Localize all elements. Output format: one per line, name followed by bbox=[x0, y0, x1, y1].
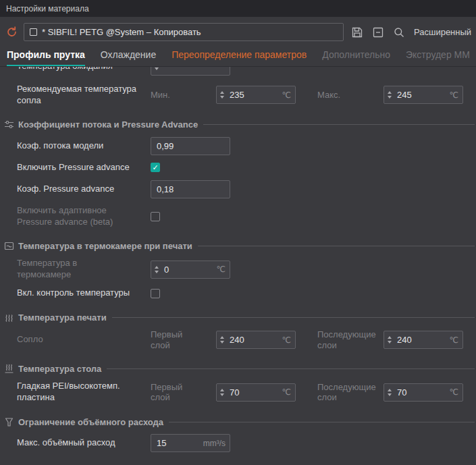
flow-ratio-input[interactable]: 0,99 bbox=[151, 137, 230, 155]
spinner-value[interactable]: 240 bbox=[395, 335, 450, 345]
undo-button[interactable] bbox=[5, 26, 18, 38]
section-chamber-temperature: Температура в термокамере при печати bbox=[3, 240, 476, 251]
other-layers-label: Последующие слои bbox=[317, 382, 384, 403]
spinner-arrows-icon[interactable] bbox=[384, 389, 395, 396]
minus-square-icon bbox=[372, 26, 384, 38]
spinner-arrows-icon[interactable] bbox=[151, 67, 162, 70]
chamber-temp-spinner[interactable]: 0 ℃ bbox=[151, 261, 230, 279]
bed-first-layer-spinner[interactable]: 70 ℃ bbox=[216, 383, 296, 402]
spinner-arrows-icon[interactable] bbox=[384, 91, 395, 99]
bed-temp-icon bbox=[3, 363, 14, 374]
tab-filament-profile[interactable]: Профиль прутка bbox=[7, 49, 85, 66]
section-title: Температура стола bbox=[18, 364, 101, 374]
nozzle-other-layers-spinner[interactable]: 240 ℃ bbox=[384, 331, 463, 349]
save-icon bbox=[351, 26, 363, 38]
spinner-arrows-icon[interactable] bbox=[217, 389, 228, 396]
chamber-temp-icon bbox=[3, 240, 14, 251]
spinner-value[interactable]: 235 bbox=[228, 90, 282, 100]
tab-advanced[interactable]: Дополнительно bbox=[322, 49, 390, 66]
unit-label: ℃ bbox=[217, 265, 230, 274]
nozzle-temp-row: Сопло Первый слой 240 ℃ Последующие слои… bbox=[0, 329, 476, 350]
standby-temp-spinner[interactable] bbox=[151, 67, 230, 76]
bed-plate-label: Гладкая PEI/высокотемп. пластина bbox=[17, 381, 151, 404]
spinner-arrows-icon[interactable] bbox=[151, 266, 162, 273]
volumetric-speed-icon bbox=[3, 416, 14, 427]
section-title: Температура в термокамере при печати bbox=[18, 241, 192, 251]
input-value[interactable]: 15 bbox=[151, 438, 203, 448]
bed-temp-row: Гладкая PEI/высокотемп. пластина Первый … bbox=[0, 381, 476, 404]
pressure-advance-input[interactable]: 0,18 bbox=[151, 180, 230, 198]
pressure-advance-enable-label: Включить Pressure advance bbox=[17, 162, 151, 173]
section-divider bbox=[198, 246, 475, 246]
max-volumetric-speed-row: Макс. объёмный расход 15 mm³/s bbox=[0, 434, 476, 452]
max-volumetric-speed-label: Макс. объёмный расход bbox=[17, 437, 151, 449]
other-layers-label: Последующие слои bbox=[317, 329, 384, 350]
recommended-nozzle-temp-row: Рекомендуемая температура сопла Мин. 235… bbox=[0, 84, 476, 107]
tab-cooling[interactable]: Охлаждение bbox=[101, 49, 156, 66]
spinner-arrows-icon[interactable] bbox=[217, 336, 228, 344]
unit-label: mm³/s bbox=[203, 439, 230, 448]
flow-ratio-row: Коэф. потока модели 0,99 bbox=[0, 137, 476, 155]
chamber-temp-row: Температура в термокамере 0 ℃ bbox=[0, 258, 476, 281]
spinner-value[interactable]: 0 bbox=[162, 265, 217, 275]
section-print-temperature: Температура печати bbox=[3, 312, 476, 323]
bed-other-layers-spinner[interactable]: 70 ℃ bbox=[384, 383, 463, 402]
section-divider bbox=[169, 422, 475, 422]
spinner-value[interactable]: 70 bbox=[228, 387, 282, 398]
search-icon bbox=[393, 26, 405, 38]
unit-label: ℃ bbox=[282, 387, 295, 397]
nozzle-temp-max-spinner[interactable]: 245 ℃ bbox=[384, 86, 463, 104]
window-titlebar: Настройки материала bbox=[0, 0, 476, 17]
preset-name-input[interactable]: * SIBFIL! PETG @System – Копировать bbox=[24, 23, 344, 41]
nozzle-first-layer-spinner[interactable]: 240 ℃ bbox=[216, 331, 296, 349]
remove-preset-button[interactable] bbox=[371, 25, 386, 40]
spinner-arrows-icon[interactable] bbox=[384, 336, 395, 344]
save-preset-button[interactable] bbox=[350, 25, 365, 40]
input-value[interactable]: 0,18 bbox=[151, 184, 230, 194]
section-title: Ограничение объёмного расхода bbox=[18, 417, 163, 427]
tab-setting-overrides[interactable]: Переопределение параметров bbox=[171, 49, 307, 66]
tab-mm-extruder[interactable]: Экструдер MM bbox=[406, 49, 470, 66]
unit-label: ℃ bbox=[282, 90, 295, 100]
section-title: Температура печати bbox=[18, 312, 107, 323]
first-layer-label: Первый слой bbox=[151, 329, 216, 350]
advanced-mode-label: Расширенный bbox=[414, 27, 471, 37]
chamber-temp-control-row: Вкл. контроль температуры bbox=[0, 288, 476, 299]
nozzle-label: Сопло bbox=[17, 334, 151, 346]
settings-scroll-area[interactable]: Температура ожидания Рекомендуемая темпе… bbox=[0, 67, 476, 452]
settings-tab-bar: Профиль прутка Охлаждение Переопределени… bbox=[0, 46, 476, 67]
spinner-value[interactable]: 70 bbox=[395, 387, 450, 398]
section-divider bbox=[107, 368, 475, 369]
section-divider bbox=[203, 124, 475, 125]
chamber-temp-control-checkbox[interactable] bbox=[151, 289, 160, 298]
pressure-advance-enable-row: Включить Pressure advance ✓ bbox=[0, 162, 476, 173]
standby-temp-row-clipped: Температура ожидания bbox=[0, 67, 476, 77]
pressure-advance-checkbox[interactable]: ✓ bbox=[151, 163, 160, 172]
spinner-value[interactable]: 245 bbox=[395, 90, 450, 100]
standby-temp-label: Температура ожидания bbox=[17, 67, 151, 72]
adaptive-pressure-advance-row: Включить адаптивное Pressure advance (be… bbox=[0, 205, 476, 228]
print-temp-icon bbox=[3, 312, 14, 323]
window-title: Настройки материала bbox=[6, 4, 89, 13]
preset-icon bbox=[30, 28, 37, 36]
pressure-advance-value-row: Коэф. Pressure advance 0,18 bbox=[0, 180, 476, 198]
chamber-temp-control-label: Вкл. контроль температуры bbox=[17, 288, 151, 299]
preset-name-value: * SIBFIL! PETG @System – Копировать bbox=[42, 27, 201, 37]
section-flow-pressure-advance: Коэффициент потока и Pressure Advance bbox=[3, 119, 476, 130]
spinner-arrows-icon[interactable] bbox=[217, 91, 228, 99]
max-label: Макс. bbox=[317, 90, 384, 101]
adaptive-pressure-advance-checkbox[interactable] bbox=[151, 212, 160, 221]
section-divider bbox=[112, 317, 475, 318]
flow-ratio-icon bbox=[3, 119, 14, 130]
input-value[interactable]: 0,99 bbox=[151, 141, 230, 151]
unit-label: ℃ bbox=[282, 335, 295, 345]
min-label: Мин. bbox=[151, 90, 216, 101]
material-settings-window: { "window": { "title": "Настройки матери… bbox=[0, 0, 476, 465]
nozzle-temp-min-spinner[interactable]: 235 ℃ bbox=[216, 86, 296, 104]
undo-icon bbox=[6, 26, 18, 38]
max-volumetric-speed-input[interactable]: 15 mm³/s bbox=[151, 434, 230, 452]
section-volumetric-limit: Ограничение объёмного расхода bbox=[3, 416, 476, 427]
spinner-value[interactable]: 240 bbox=[228, 335, 282, 345]
unit-label: ℃ bbox=[450, 387, 462, 397]
search-button[interactable] bbox=[392, 25, 406, 40]
